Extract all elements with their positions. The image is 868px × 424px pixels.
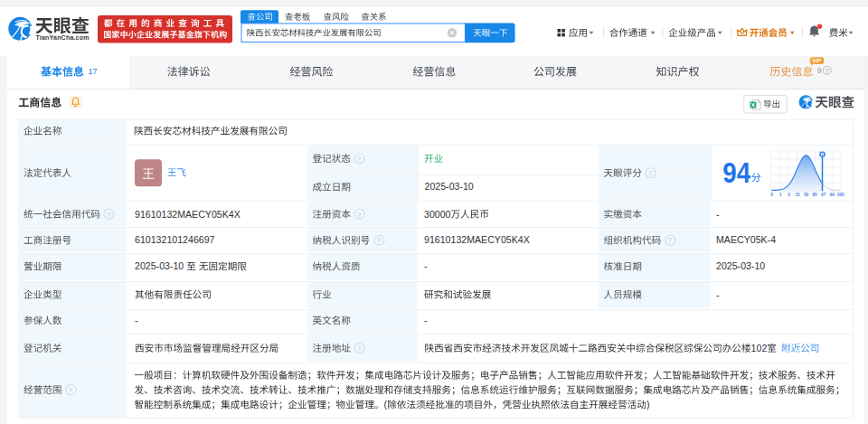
svg-text:85: 85 (812, 193, 817, 197)
svg-text:): ) (646, 399, 650, 410)
svg-text:MAECY05K-4: MAECY05K-4 (716, 234, 776, 245)
svg-text:15: 15 (795, 193, 800, 197)
svg-text:100: 100 (837, 193, 844, 197)
svg-text:2025-03-10: 2025-03-10 (135, 260, 184, 271)
svg-text:2025-03-10: 2025-03-10 (716, 260, 765, 271)
svg-text:VIP: VIP (813, 58, 823, 63)
svg-text:97: 97 (821, 193, 826, 197)
svg-text:?: ? (668, 236, 672, 244)
svg-text:91610132MAECY05K4X: 91610132MAECY05K4X (424, 234, 530, 245)
svg-text:102: 102 (751, 343, 768, 353)
svg-text:17: 17 (89, 67, 98, 76)
svg-text:99: 99 (830, 193, 835, 197)
svg-text:?: ? (826, 68, 829, 74)
svg-text:?: ? (648, 169, 652, 177)
svg-text:1: 1 (779, 193, 782, 197)
svg-text:2025-03-10: 2025-03-10 (425, 181, 474, 192)
svg-text:-: - (716, 289, 720, 300)
svg-text:?: ? (357, 211, 361, 219)
svg-text:TianYanCha.com: TianYanCha.com (36, 34, 90, 42)
svg-text:?: ? (69, 386, 72, 394)
svg-text:91610132MAECY05K4X: 91610132MAECY05K4X (135, 209, 241, 220)
svg-text:610132101246697: 610132101246697 (135, 234, 215, 245)
svg-text:3: 3 (788, 193, 790, 197)
svg-text:30000: 30000 (424, 209, 451, 220)
svg-text:50: 50 (804, 193, 809, 197)
svg-text:(: ( (384, 399, 388, 410)
svg-text:?: ? (357, 155, 361, 163)
svg-text:9: 9 (817, 66, 822, 75)
svg-text:?: ? (377, 236, 381, 244)
svg-text:-: - (135, 315, 138, 325)
svg-text:0: 0 (770, 193, 773, 197)
svg-text:94: 94 (722, 157, 750, 188)
svg-text:-: - (716, 209, 720, 220)
svg-text:-: - (424, 260, 428, 271)
svg-text:?: ? (357, 344, 361, 353)
svg-text:-: - (424, 315, 428, 325)
svg-text:?: ? (107, 211, 110, 219)
